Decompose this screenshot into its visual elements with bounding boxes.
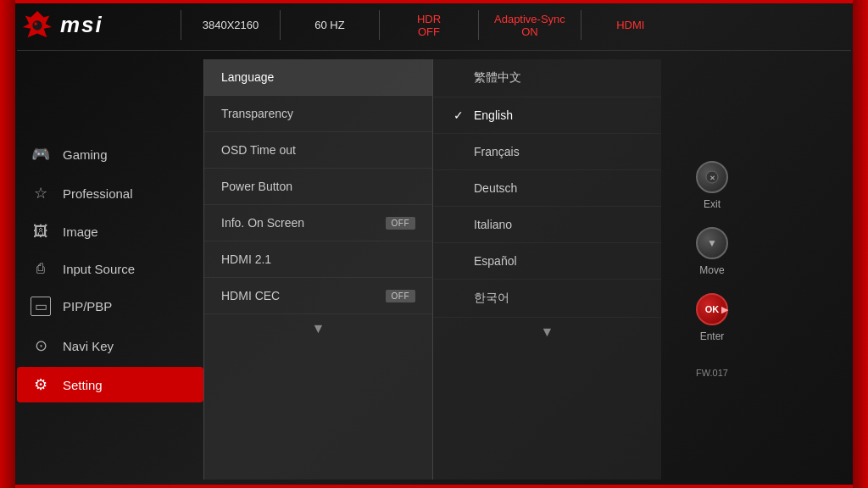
gaming-icon: 🎮 [31,145,51,164]
divider-5 [581,10,581,40]
zh-tw-checkmark [453,71,465,85]
professional-label: Professional [63,186,133,201]
hz-stat: 60 HZ [296,19,364,31]
hdmi21-label: HDMI 2.1 [221,252,271,266]
main-container: msi 3840X2160 60 HZ HDR OFF Adaptive-Syn… [0,0,868,488]
svg-text:✕: ✕ [709,175,715,182]
transparency-label: Transparency [221,107,293,120]
sidebar-item-input-source[interactable]: ⎙ Input Source [17,252,203,285]
enter-btn-circle[interactable]: OK ▶ [696,293,728,325]
move-label: Move [699,264,724,276]
fr-label: Français [474,145,520,158]
divider-1 [181,10,181,40]
en-label: English [474,108,513,122]
ko-checkmark [453,291,465,305]
pip-pbp-icon: ▭ [31,297,51,316]
input-source-icon: ⎙ [31,261,51,276]
es-label: Español [474,254,517,268]
setting-icon: ⚙ [31,375,51,394]
enter-button[interactable]: OK ▶ Enter [696,293,728,342]
sidebar-item-setting[interactable]: ⚙ Setting [17,367,203,402]
move-button[interactable]: ▼ Move [696,227,728,276]
top-bar: msi 3840X2160 60 HZ HDR OFF Adaptive-Syn… [17,0,851,51]
hdr-stat: HDR OFF [395,13,463,38]
image-icon: 🖼 [31,223,51,241]
svg-point-1 [32,20,42,30]
enter-icon: OK [705,304,720,314]
sidebar-item-navi-key[interactable]: ⊙ Navi Key [17,328,203,363]
hdr-value: OFF [418,25,440,38]
osd-timeout-item[interactable]: OSD Time out [204,132,432,169]
hdmi-cec-toggle[interactable]: OFF [386,290,416,302]
de-checkmark [453,181,465,195]
enter-arrow-icon: ▶ [721,304,728,315]
middle-panel-arrow: ▼ [204,314,432,343]
msi-dragon-logo [21,9,53,42]
right-controls: ✕ Exit ▼ Move OK ▶ Enter FW.017 [661,59,763,480]
lang-it[interactable]: Italiano [433,207,661,243]
hdmi-cec-label: HDMI CEC [221,289,280,302]
svg-point-2 [34,22,37,25]
exit-label: Exit [704,198,721,210]
resolution-stat: 3840X2160 [197,19,264,31]
middle-panel: Language Transparency OSD Time out Power… [203,59,432,480]
ko-label: 한국어 [474,291,509,306]
enter-label: Enter [700,330,725,342]
left-nav: 🎮 Gaming ☆ Professional 🖼 Image ⎙ Input … [17,59,203,480]
sidebar-item-image[interactable]: 🖼 Image [17,214,203,249]
osd-timeout-label: OSD Time out [221,143,296,157]
divider-2 [280,10,281,40]
de-label: Deutsch [474,181,517,195]
lang-en[interactable]: ✓ English [433,97,661,134]
hdmi-cec-item[interactable]: HDMI CEC OFF [204,278,432,314]
content-area: 🎮 Gaming ☆ Professional 🖼 Image ⎙ Input … [17,51,851,488]
language-panel-arrow: ▼ [433,318,661,347]
it-checkmark [453,218,465,231]
it-label: Italiano [474,218,512,231]
exit-btn-circle[interactable]: ✕ [696,161,728,193]
lang-es[interactable]: Español [433,243,661,280]
move-icon: ▼ [707,237,717,249]
info-on-screen-item[interactable]: Info. On Screen OFF [204,205,432,241]
firmware-label: FW.017 [696,368,728,378]
navi-key-label: Navi Key [63,339,114,353]
logo-area: msi [21,9,165,42]
adaptive-label: Adaptive-Sync [494,13,565,25]
transparency-item[interactable]: Transparency [204,96,432,132]
zh-tw-label: 繁體中文 [474,70,521,86]
professional-icon: ☆ [31,184,51,202]
es-checkmark [453,254,465,268]
hdr-label: HDR [417,13,441,25]
adaptive-value: ON [521,25,538,38]
exit-icon: ✕ [705,170,719,184]
image-label: Image [63,225,98,239]
language-label: Language [221,70,274,84]
exit-button[interactable]: ✕ Exit [696,161,728,210]
power-button-label: Power Button [221,180,292,193]
sidebar-item-gaming[interactable]: 🎮 Gaming [17,136,203,172]
fr-checkmark [453,145,465,158]
divider-3 [379,10,380,40]
lang-fr[interactable]: Français [433,134,661,170]
navi-key-icon: ⊙ [31,336,51,355]
hdmi21-item[interactable]: HDMI 2.1 [204,241,432,278]
pip-pbp-label: PIP/PBP [63,299,112,313]
sidebar-item-pip-pbp[interactable]: ▭ PIP/PBP [17,288,203,324]
input-source-label: Input Source [63,262,135,276]
power-button-item[interactable]: Power Button [204,169,432,205]
info-on-screen-label: Info. On Screen [221,216,304,230]
info-on-screen-toggle[interactable]: OFF [386,217,416,230]
gaming-label: Gaming [63,147,108,162]
divider-4 [478,10,479,40]
language-panel: 繁體中文 ✓ English Français Deutsch Italiano… [432,59,661,480]
sidebar-item-professional[interactable]: ☆ Professional [17,175,203,211]
language-item[interactable]: Language [204,59,432,96]
en-checkmark: ✓ [453,108,465,122]
lang-de[interactable]: Deutsch [433,170,661,207]
lang-ko[interactable]: 한국어 [433,280,661,318]
brand-name: msi [60,12,103,38]
input-stat: HDMI [597,19,665,31]
move-btn-circle[interactable]: ▼ [696,227,728,259]
lang-zh-tw[interactable]: 繁體中文 [433,59,661,97]
adaptive-sync-stat: Adaptive-Sync ON [494,13,565,38]
